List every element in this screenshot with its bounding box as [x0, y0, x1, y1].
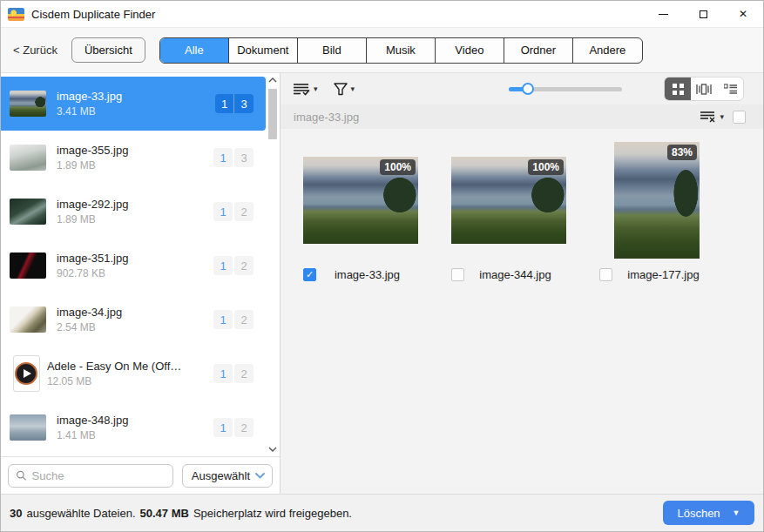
list-item[interactable]: image-33.jpg 3.41 MB 1 3 [1, 77, 266, 131]
file-thumbnail [10, 306, 46, 333]
similarity-badge: 100% [528, 159, 564, 175]
similarity-badge: 100% [380, 159, 416, 175]
file-card[interactable]: 100% ✓ image-33.jpg [303, 139, 418, 494]
tab-alle[interactable]: Alle [160, 38, 229, 63]
tab-musik[interactable]: Musik [367, 38, 436, 63]
image-preview[interactable]: 100% [451, 157, 566, 244]
slider-handle[interactable] [522, 83, 534, 95]
caret-down-icon: ▾ [351, 84, 355, 93]
file-size: 3.41 MB [57, 105, 122, 118]
total-count: 2 [234, 418, 254, 437]
selected-count: 1 [213, 310, 233, 329]
list-item[interactable]: image-351.jpg 902.78 KB 1 2 [1, 239, 266, 293]
category-tabs: Alle Dokument Bild Musik Video Ordner An… [159, 37, 643, 64]
file-checkbox[interactable]: ✓ [303, 268, 316, 281]
count-badge: 1 2 [213, 256, 254, 275]
image-preview[interactable]: 100% [303, 157, 418, 244]
tab-video[interactable]: Video [436, 38, 504, 63]
file-checkbox[interactable]: ✓ [599, 268, 612, 281]
sort-menu-button[interactable]: ▾ [294, 83, 318, 96]
filter-dropdown-value: Ausgewählt [192, 469, 250, 482]
file-card[interactable]: 83% ✓ image-177.jpg [599, 139, 714, 494]
tab-bild[interactable]: Bild [298, 38, 367, 63]
close-button[interactable]: ✕ [723, 1, 763, 27]
status-text: 30 ausgewählte Dateien. 50.47 MB Speiche… [10, 507, 352, 520]
group-header: image-33.jpg ▾ ✓ [281, 104, 763, 129]
titlebar: Cisdem Duplicate Finder ✕ [1, 1, 763, 27]
close-icon: ✕ [739, 9, 747, 19]
delete-dropdown-icon[interactable]: ▼ [733, 508, 740, 517]
scroll-down-icon[interactable] [267, 444, 278, 455]
file-checkbox[interactable]: ✓ [451, 268, 464, 281]
file-size: 2.54 MB [57, 321, 122, 333]
file-size: 1.41 MB [57, 429, 128, 441]
sidebar-scroll-area: image-33.jpg 3.41 MB 1 3 image-355.jpg 1… [1, 73, 280, 456]
minimize-button[interactable] [643, 1, 683, 27]
selected-count: 1 [215, 94, 234, 113]
total-count: 3 [234, 148, 254, 167]
scrollbar-thumb[interactable] [268, 89, 277, 139]
file-thumbnail [10, 91, 46, 117]
audio-file-icon [13, 355, 40, 392]
scroll-up-icon[interactable] [267, 75, 278, 85]
duplicate-files-grid: 100% ✓ image-33.jpg 100% ✓ [281, 129, 763, 494]
filter-dropdown[interactable]: Ausgewählt [182, 464, 273, 488]
file-name: image-292.jpg [57, 198, 128, 211]
list-item[interactable]: image-34.jpg 2.54 MB 1 2 [1, 293, 266, 347]
group-select-all-checkbox[interactable]: ✓ [733, 111, 746, 124]
total-count: 2 [234, 256, 254, 275]
total-count: 2 [234, 310, 254, 329]
play-icon [24, 369, 31, 378]
file-name: image-355.jpg [57, 144, 128, 157]
search-icon [16, 469, 27, 481]
tab-dokument[interactable]: Dokument [229, 38, 298, 63]
selected-count: 1 [213, 256, 233, 275]
file-name: image-34.jpg [57, 306, 122, 319]
preview-toolbar: ▾ ▾ [281, 73, 763, 104]
statusbar: 30 ausgewählte Dateien. 50.47 MB Speiche… [1, 494, 763, 531]
count-badge: 1 2 [213, 418, 254, 437]
filter-menu-button[interactable]: ▾ [334, 83, 355, 96]
caret-down-icon: ▾ [720, 112, 724, 121]
overview-button[interactable]: Übersicht [71, 37, 145, 63]
image-preview[interactable]: 83% [614, 142, 700, 259]
list-item[interactable]: Adele - Easy On Me (Officia... 12.05 MB … [1, 347, 266, 401]
tab-andere[interactable]: Andere [573, 38, 642, 63]
delete-button[interactable]: Löschen ▼ [663, 501, 754, 525]
list-item[interactable]: image-292.jpg 1.89 MB 1 2 [1, 185, 266, 239]
maximize-button[interactable] [683, 1, 723, 27]
file-size: 902.78 KB [57, 267, 128, 279]
file-card[interactable]: 100% ✓ image-344.jpg [451, 139, 566, 494]
deselect-lines-icon [700, 111, 716, 123]
file-name: image-344.jpg [464, 268, 566, 281]
grid-view-button[interactable] [665, 77, 691, 100]
caret-down-icon: ▾ [314, 84, 318, 93]
file-thumbnail [10, 199, 46, 225]
maximize-icon [700, 10, 707, 18]
count-badge: 1 2 [213, 364, 254, 383]
selected-count: 1 [213, 418, 233, 437]
list-view-button[interactable] [717, 77, 743, 100]
window-controls: ✕ [643, 1, 763, 27]
search-box[interactable] [8, 464, 173, 488]
file-size: 1.89 MB [57, 159, 128, 172]
back-button[interactable]: < Zurück [13, 44, 57, 57]
main-area: image-33.jpg 3.41 MB 1 3 image-355.jpg 1… [1, 73, 763, 494]
group-title: image-33.jpg [294, 111, 359, 124]
duplicate-groups-sidebar: image-33.jpg 3.41 MB 1 3 image-355.jpg 1… [1, 73, 280, 494]
list-item[interactable]: image-355.jpg 1.89 MB 1 3 [1, 131, 266, 185]
sidebar-footer: Ausgewählt [1, 456, 280, 494]
thumbnail-size-slider[interactable] [509, 83, 622, 95]
sidebar-scrollbar[interactable] [266, 73, 280, 456]
tab-ordner[interactable]: Ordner [504, 38, 573, 63]
list-item[interactable]: image-348.jpg 1.41 MB 1 2 [1, 401, 266, 455]
file-name: image-348.jpg [57, 414, 128, 427]
group-select-menu-button[interactable]: ▾ [700, 111, 724, 123]
chevron-down-icon [255, 473, 265, 479]
selected-count: 1 [213, 364, 233, 383]
compare-view-button[interactable] [691, 77, 717, 100]
selected-count: 1 [213, 148, 233, 167]
search-input[interactable] [32, 469, 166, 482]
similarity-badge: 83% [667, 145, 697, 160]
file-size: 1.89 MB [57, 213, 128, 226]
